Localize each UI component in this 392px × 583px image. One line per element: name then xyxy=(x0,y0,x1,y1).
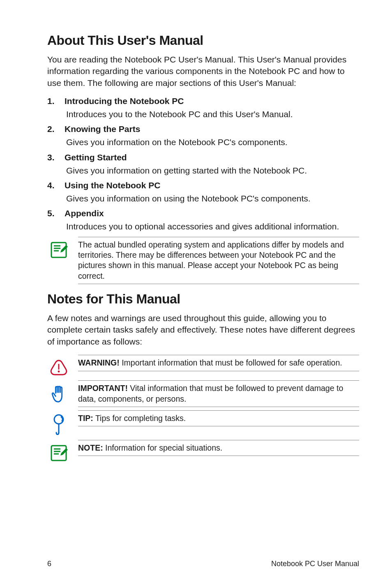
section-item: 1. Introducing the Notebook PC Introduce… xyxy=(47,96,359,120)
important-label: IMPORTANT! xyxy=(78,384,128,393)
section-item: 4. Using the Notebook PC Gives you infor… xyxy=(47,180,359,204)
section-item: 5. Appendix Introduces you to optional a… xyxy=(47,208,359,232)
section-title: Introducing the Notebook PC xyxy=(65,96,184,106)
warning-callout: WARNING! Important information that must… xyxy=(47,355,359,377)
note-callout-bundled: The actual bundled operating system and … xyxy=(47,237,359,284)
note-icon xyxy=(47,237,70,260)
sections-list: 1. Introducing the Notebook PC Introduce… xyxy=(47,96,359,233)
section-title: Using the Notebook PC xyxy=(65,180,160,190)
tip-callout: TIP: Tips for completing tasks. xyxy=(47,410,359,437)
page-number: 6 xyxy=(47,560,51,568)
section-head: 5. Appendix xyxy=(47,208,359,218)
section-title: Knowing the Parts xyxy=(65,124,140,134)
heading-notes: Notes for This Manual xyxy=(47,292,359,307)
tip-text: TIP: Tips for completing tasks. xyxy=(78,410,359,426)
important-callout: IMPORTANT! Vital information that must b… xyxy=(47,380,359,407)
warning-label: WARNING! xyxy=(78,358,120,367)
note-icon xyxy=(47,440,70,463)
section-head: 2. Knowing the Parts xyxy=(47,124,359,134)
note-text-2: NOTE: Information for special situations… xyxy=(78,440,359,456)
section-title: Getting Started xyxy=(65,153,127,162)
warning-body: Important information that must be follo… xyxy=(120,358,342,367)
section-body: Introduces you to the Notebook PC and th… xyxy=(66,109,359,120)
section-number: 4. xyxy=(47,180,55,190)
tip-label: TIP: xyxy=(78,414,93,423)
section-body: Introduces you to optional accessories a… xyxy=(66,221,359,232)
note-label: NOTE: xyxy=(78,443,103,452)
section-body: Gives you information on using the Noteb… xyxy=(66,193,359,204)
section-head: 3. Getting Started xyxy=(47,153,359,162)
section-number: 2. xyxy=(47,124,55,134)
section-number: 3. xyxy=(47,153,55,162)
section-item: 3. Getting Started Gives you information… xyxy=(47,153,359,176)
footer-text: Notebook PC User Manual xyxy=(271,560,359,568)
important-hand-icon xyxy=(47,380,70,405)
section-item: 2. Knowing the Parts Gives you informati… xyxy=(47,124,359,148)
tip-body: Tips for completing tasks. xyxy=(93,414,186,423)
section-head: 4. Using the Notebook PC xyxy=(47,180,359,190)
intro-paragraph-1: You are reading the Notebook PC User's M… xyxy=(47,54,359,89)
page-footer: 6 Notebook PC User Manual xyxy=(0,560,392,568)
section-number: 5. xyxy=(47,208,55,218)
section-head: 1. Introducing the Notebook PC xyxy=(47,96,359,106)
intro-paragraph-2: A few notes and warnings are used throug… xyxy=(47,312,359,347)
section-number: 1. xyxy=(47,96,55,106)
section-title: Appendix xyxy=(65,208,104,218)
note-callout: NOTE: Information for special situations… xyxy=(47,440,359,463)
note-body: Information for special situations. xyxy=(103,443,222,452)
warning-icon xyxy=(47,355,70,377)
section-body: Gives you information on the Notebook PC… xyxy=(66,136,359,148)
important-text: IMPORTANT! Vital information that must b… xyxy=(78,380,359,407)
callouts-stack: WARNING! Important information that must… xyxy=(47,355,359,463)
section-body: Gives you information on getting started… xyxy=(66,165,359,176)
warning-text: WARNING! Important information that must… xyxy=(78,355,359,371)
svg-point-2 xyxy=(58,370,60,372)
note-text: The actual bundled operating system and … xyxy=(78,237,359,284)
tip-icon xyxy=(47,410,70,437)
heading-about: About This User's Manual xyxy=(47,33,359,48)
